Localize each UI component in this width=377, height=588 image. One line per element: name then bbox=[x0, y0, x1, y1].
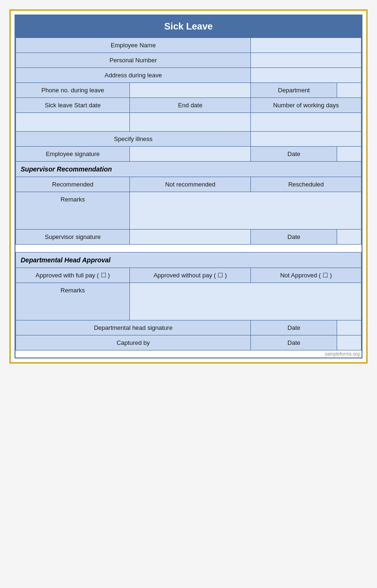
supervisor-remarks-row: Remarks bbox=[16, 192, 362, 230]
watermark: sampleforms.org bbox=[15, 350, 362, 357]
captured-by-label: Captured by bbox=[16, 335, 251, 350]
captured-date-value[interactable] bbox=[337, 335, 362, 350]
not-approved-checkbox[interactable]: ☐ bbox=[323, 272, 328, 279]
dept-head-approval-header: Departmental Head Approval bbox=[16, 253, 362, 268]
supervisor-signature-label: Supervisor signature bbox=[16, 230, 130, 245]
start-date-value[interactable] bbox=[16, 113, 130, 132]
approved-without-pay-checkbox[interactable]: ☐ bbox=[218, 272, 223, 279]
approved-with-full-pay-label: Approved with full pay bbox=[36, 272, 95, 279]
start-date-label: Sick leave Start date bbox=[16, 98, 130, 113]
phone-dept-row: Phone no. during leave Department bbox=[16, 83, 362, 98]
phone-label: Phone no. during leave bbox=[16, 83, 130, 98]
supervisor-sig-row: Supervisor signature Date bbox=[16, 230, 362, 245]
department-value[interactable] bbox=[337, 83, 362, 98]
working-days-value[interactable] bbox=[251, 113, 362, 132]
specify-illness-value[interactable] bbox=[251, 132, 362, 147]
dates-header-row: Sick leave Start date End date Number of… bbox=[16, 98, 362, 113]
emp-date-label: Date bbox=[251, 147, 337, 162]
supervisor-signature-value[interactable] bbox=[130, 230, 251, 245]
dept-head-approval-label: Departmental Head Approval bbox=[16, 253, 362, 268]
supervisor-recommendation-header: Supervisor Recommendation bbox=[16, 162, 362, 177]
not-approved-label: Not Approved bbox=[280, 272, 317, 279]
dept-date-value[interactable] bbox=[337, 320, 362, 335]
dept-head-signature-label: Departmental head signature bbox=[16, 320, 251, 335]
not-recommended-label: Not recommended bbox=[130, 177, 251, 192]
illness-row: Specify illness bbox=[16, 132, 362, 147]
working-days-label: Number of working days bbox=[251, 98, 362, 113]
page-wrapper: Sick Leave Employee Name Personal Number… bbox=[9, 9, 368, 364]
dept-remarks-value[interactable] bbox=[130, 283, 362, 320]
end-date-label: End date bbox=[130, 98, 251, 113]
approved-with-pay-cell: Approved with full pay ( ☐ ) bbox=[16, 268, 130, 283]
dept-remarks-row: Remarks bbox=[16, 283, 362, 320]
approval-options-row: Approved with full pay ( ☐ ) Approved wi… bbox=[16, 268, 362, 283]
employee-signature-label: Employee signature bbox=[16, 147, 130, 162]
address-row: Address during leave bbox=[16, 68, 362, 83]
employee-name-value[interactable] bbox=[251, 38, 362, 53]
recommended-label: Recommended bbox=[16, 177, 130, 192]
phone-value[interactable] bbox=[130, 83, 251, 98]
sup-date-value[interactable] bbox=[337, 230, 362, 245]
address-value[interactable] bbox=[251, 68, 362, 83]
rescheduled-label: Rescheduled bbox=[251, 177, 362, 192]
dept-date-label: Date bbox=[251, 320, 337, 335]
dept-head-sig-row: Departmental head signature Date bbox=[16, 320, 362, 335]
section-spacer bbox=[16, 245, 362, 253]
supervisor-remarks-value[interactable] bbox=[130, 192, 362, 230]
personal-number-value[interactable] bbox=[251, 53, 362, 68]
not-approved-cell: Not Approved ( ☐ ) bbox=[251, 268, 362, 283]
sup-date-label: Date bbox=[251, 230, 337, 245]
supervisor-remarks-label: Remarks bbox=[16, 192, 130, 230]
approved-without-pay-cell: Approved without pay ( ☐ ) bbox=[130, 268, 251, 283]
form-title: Sick Leave bbox=[15, 15, 362, 37]
approved-without-pay-label: Approved without pay bbox=[153, 272, 212, 279]
specify-illness-label: Specify illness bbox=[16, 132, 251, 147]
address-label: Address during leave bbox=[16, 68, 251, 83]
personal-number-row: Personal Number bbox=[16, 53, 362, 68]
captured-date-label: Date bbox=[251, 335, 337, 350]
personal-number-label: Personal Number bbox=[16, 53, 251, 68]
approved-with-pay-checkbox[interactable]: ☐ bbox=[101, 272, 106, 279]
employee-signature-value[interactable] bbox=[130, 147, 251, 162]
department-label: Department bbox=[251, 83, 337, 98]
employee-name-label: Employee Name bbox=[16, 38, 251, 53]
captured-by-row: Captured by Date bbox=[16, 335, 362, 350]
form-container: Sick Leave Employee Name Personal Number… bbox=[15, 15, 362, 358]
end-date-value[interactable] bbox=[130, 113, 251, 132]
dept-remarks-label: Remarks bbox=[16, 283, 130, 320]
employee-name-row: Employee Name bbox=[16, 38, 362, 53]
recommendation-options-row: Recommended Not recommended Rescheduled bbox=[16, 177, 362, 192]
emp-date-value[interactable] bbox=[337, 147, 362, 162]
dates-value-row bbox=[16, 113, 362, 132]
supervisor-recommendation-label: Supervisor Recommendation bbox=[16, 162, 362, 177]
employee-sig-row: Employee signature Date bbox=[16, 147, 362, 162]
